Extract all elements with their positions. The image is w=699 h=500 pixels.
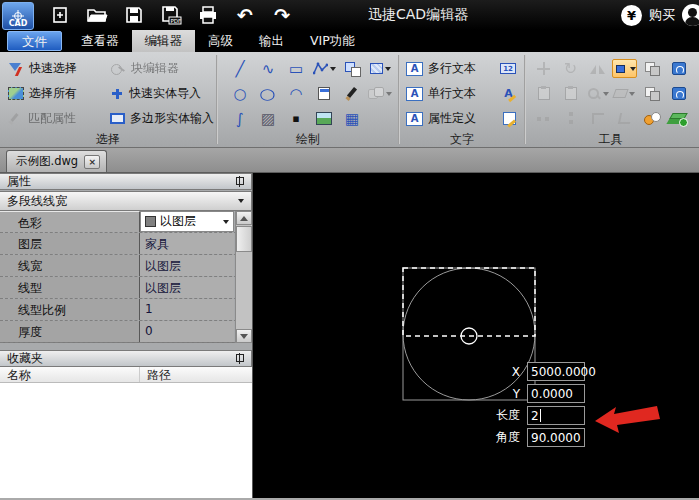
multiline-text-icon: A	[406, 62, 423, 76]
draw-rectangle-button[interactable]: ▭	[289, 61, 303, 77]
panel-divider	[0, 343, 252, 350]
draw-order-button[interactable]	[644, 112, 660, 125]
chevron-down-icon	[238, 199, 244, 203]
menu-viewer[interactable]: 查看器	[68, 30, 132, 52]
window-title: 迅捷CAD编辑器	[368, 6, 468, 24]
menu-vip[interactable]: VIP功能	[297, 30, 368, 52]
insert-block-button[interactable]	[345, 62, 360, 76]
new-file-button[interactable]	[48, 4, 72, 26]
x-input[interactable]: 5000.0000	[527, 362, 585, 381]
draw-scurve-button[interactable]: ∫	[236, 111, 244, 127]
save-as-pdf-button[interactable]: PDF	[159, 4, 183, 26]
menu-editor[interactable]: 编辑器	[132, 30, 196, 52]
draw-line-button[interactable]: ╱	[235, 61, 244, 77]
property-row-layer[interactable]: 图层 家具	[0, 233, 252, 255]
open-file-button[interactable]	[85, 4, 109, 26]
scroll-up-button[interactable]	[236, 211, 252, 225]
draw-boundary-dropdown[interactable]	[370, 63, 391, 74]
menu-advanced[interactable]: 高级	[195, 30, 246, 52]
blend-dropdown	[368, 87, 392, 100]
copy-nested-button[interactable]	[645, 87, 659, 100]
logo-label: CAD	[9, 19, 28, 29]
undo-button[interactable]: ↶	[233, 4, 257, 26]
property-category-dropdown[interactable]: 多段线线宽	[0, 191, 252, 211]
section-label-text: 文字	[400, 131, 524, 148]
mirror-button	[590, 63, 605, 75]
chevron-down-icon	[223, 220, 229, 224]
cad-drawing	[253, 173, 699, 498]
tab-close-button[interactable]: ×	[84, 155, 100, 169]
document-tab-bar: 示例图.dwg ×	[0, 148, 699, 173]
draw-hatch-button[interactable]: ▨	[261, 110, 275, 128]
property-row-color[interactable]: 色彩 以图层	[0, 211, 252, 233]
drawing-canvas[interactable]: X 5000.0000 Y 0.0000 长度 2 角度 90.0000	[253, 173, 699, 498]
chevron-down-icon	[630, 67, 636, 71]
menu-output[interactable]: 输出	[246, 30, 297, 52]
favorites-column-path[interactable]: 路径	[140, 367, 171, 382]
pin-icon[interactable]	[234, 176, 245, 188]
insert-table-button[interactable]: ▦	[345, 111, 359, 127]
edit-attribute-icon[interactable]	[503, 112, 516, 125]
favorites-list[interactable]	[0, 383, 252, 498]
attribute-define-button[interactable]: 属性定义	[428, 110, 476, 127]
scroll-down-button[interactable]	[236, 329, 252, 343]
buy-button[interactable]: 购买	[649, 6, 675, 24]
selection-mode-dropdown[interactable]	[612, 59, 637, 78]
attribute-define-icon: A	[406, 112, 423, 126]
tab-document[interactable]: 示例图.dwg ×	[6, 150, 107, 172]
singleline-text-button[interactable]: 单行文本	[428, 85, 476, 102]
tab-label: 示例图.dwg	[16, 154, 78, 169]
draw-spline-button[interactable]: ∿	[262, 61, 275, 77]
save-pdf-icon: PDF	[160, 5, 182, 25]
pin-icon[interactable]	[234, 353, 245, 365]
dimension-icon[interactable]: 12	[500, 63, 516, 74]
color-value-dropdown[interactable]: 以图层	[140, 211, 234, 232]
quick-select-button[interactable]: 快速选择	[8, 56, 110, 81]
property-row-linetype[interactable]: 线型 以图层	[0, 277, 252, 299]
y-input[interactable]: 0.0000	[527, 384, 585, 403]
cad-logo[interactable]: CAD	[2, 2, 34, 30]
draw-polyline-dropdown[interactable]	[313, 62, 336, 75]
draw-ellipse-button[interactable]: ○	[260, 86, 276, 102]
property-row-linetype-scale[interactable]: 线型比例 1	[0, 299, 252, 321]
property-grid: 色彩 以图层 图层 家具 线宽 以图层 线型 以图层	[0, 211, 252, 343]
property-row-lineweight[interactable]: 线宽 以图层	[0, 255, 252, 277]
selection-rectangle	[403, 268, 535, 336]
select-all-button[interactable]: 选择所有	[8, 81, 110, 106]
multiline-text-button[interactable]: 多行文本	[428, 60, 476, 77]
draw-point-button[interactable]: ▪	[292, 112, 299, 125]
draw-circle-button[interactable]: ○	[233, 86, 246, 102]
length-input[interactable]: 2	[527, 406, 585, 425]
property-scrollbar[interactable]	[235, 211, 252, 343]
quick-entity-import-button[interactable]: 快速实体导入	[110, 81, 222, 106]
paste-button	[538, 87, 550, 100]
paste-special-button	[565, 87, 577, 100]
copy-entities-button[interactable]	[645, 62, 659, 75]
add-layer-button[interactable]	[671, 112, 687, 126]
save-button[interactable]	[122, 4, 146, 26]
insert-image-button[interactable]	[316, 112, 332, 125]
scrollbar-thumb[interactable]	[236, 226, 252, 252]
move-button	[536, 61, 551, 76]
color-swatch	[145, 216, 156, 227]
sync-drawing-button[interactable]	[672, 62, 686, 75]
favorites-column-name[interactable]: 名称	[0, 367, 140, 382]
match-properties-button: 匹配属性	[8, 106, 110, 131]
angle-input[interactable]: 90.0000	[527, 428, 585, 447]
menu-file[interactable]: 文件	[7, 31, 62, 51]
user-account-icon[interactable]	[682, 4, 699, 26]
red-annotation-arrow	[591, 399, 663, 441]
polygon-entity-input-button[interactable]: 多边形实体输入	[110, 106, 222, 131]
marker-pen-button[interactable]	[345, 87, 359, 101]
property-row-thickness[interactable]: 厚度 0	[0, 321, 252, 343]
redo-button[interactable]: ↷	[270, 4, 294, 26]
y-label: Y	[471, 387, 527, 401]
restore-drawing-button[interactable]	[672, 87, 686, 100]
text-caret	[540, 409, 541, 422]
draw-arc-button[interactable]: ◠	[289, 86, 302, 102]
print-button[interactable]	[196, 4, 220, 26]
title-bar: CAD	[0, 0, 699, 30]
ribbon: 快速选择 块编辑器 选择所有 快速实体导入 匹配属性	[0, 52, 699, 148]
edit-text-icon[interactable]: A	[501, 87, 516, 100]
ole-object-button[interactable]	[318, 87, 330, 100]
